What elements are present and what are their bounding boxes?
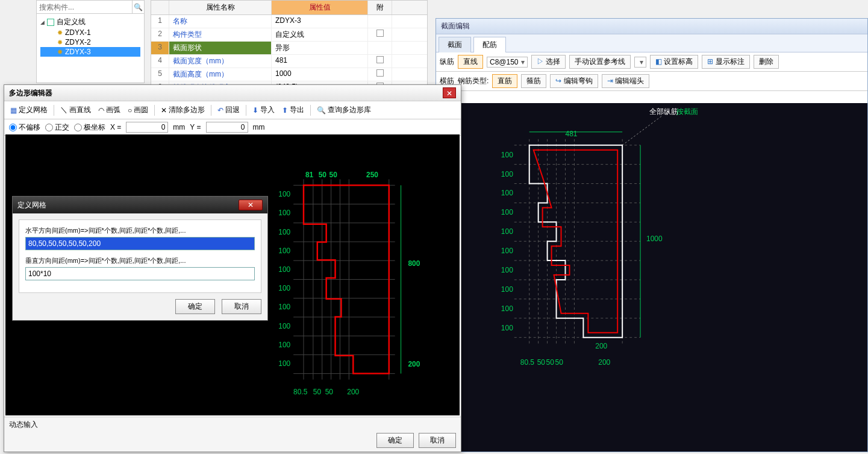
cursor-icon: ▷: [537, 57, 544, 66]
search-icon: 🔍: [317, 106, 326, 115]
prop-header-name: 属性名称: [169, 1, 272, 14]
grid-dialog-titlebar[interactable]: 定义网格 ✕: [13, 197, 267, 213]
btn-manual-refline[interactable]: 手动设置参考线: [569, 55, 631, 69]
btn-draw-line[interactable]: ＼画直线: [58, 104, 93, 116]
svg-text:100: 100: [501, 170, 513, 178]
grid-ok-button[interactable]: 确定: [175, 299, 215, 314]
annot-by-section: 按截面: [676, 107, 698, 116]
svg-text:50: 50: [329, 171, 338, 179]
poly-ok-button[interactable]: 确定: [376, 433, 414, 448]
btn-set-elevation[interactable]: ◧ 设置标高: [650, 55, 698, 69]
btn-draw-arc[interactable]: ◠画弧: [96, 104, 123, 116]
horizontal-spacing-input[interactable]: [25, 237, 255, 250]
btn-line[interactable]: 直线: [458, 55, 483, 69]
gear-icon: ✸: [57, 29, 63, 37]
clear-icon: ✕: [161, 106, 167, 115]
tree-item-zdyx1[interactable]: ✸ZDYX-1: [40, 28, 140, 37]
chevron-down-icon: ▾: [521, 58, 525, 66]
tree-item-zdyx2[interactable]: ✸ZDYX-2: [40, 37, 140, 47]
svg-text:100: 100: [501, 189, 513, 197]
annot-all-long: 全部纵筋: [649, 107, 678, 116]
tab-section[interactable]: 截面: [439, 37, 471, 52]
svg-text:100: 100: [501, 208, 513, 216]
btn-select[interactable]: ▷ 选择: [531, 55, 566, 69]
radio-no-offset[interactable]: 不偏移: [9, 122, 40, 133]
btn-straight[interactable]: 直筋: [492, 74, 517, 88]
svg-text:200: 200: [598, 358, 610, 367]
btn-edit-hook[interactable]: ↪ 编辑弯钩: [550, 74, 598, 88]
end-icon: ⇥: [607, 77, 613, 85]
close-icon[interactable]: ✕: [443, 87, 456, 98]
circle-icon: ○: [128, 106, 132, 115]
svg-text:50: 50: [546, 358, 555, 367]
prop-row[interactable]: 5截面高度（mm）1000: [151, 68, 427, 81]
prop-row[interactable]: 3截面形状异形: [151, 42, 427, 55]
polygon-toolbar: ▦定义网格 ＼画直线 ◠画弧 ○画圆 ✕清除多边形 ↶回退 ⬇导入 ⬆导出 🔍查…: [4, 101, 461, 119]
svg-text:200: 200: [347, 388, 359, 396]
undo-icon: ↶: [217, 106, 223, 115]
component-tree: 🔍 自定义线 ✸ZDYX-1 ✸ZDYX-2 ✸ZDYX-3: [36, 0, 145, 83]
btn-delete[interactable]: 删除: [754, 55, 779, 69]
btn-draw-circle[interactable]: ○画圆: [125, 104, 151, 116]
svg-text:100: 100: [278, 284, 290, 292]
svg-text:50: 50: [555, 358, 564, 367]
property-grid: 属性名称 属性值 附 1名称ZDYX-32构件类型自定义线3截面形状异形4截面宽…: [151, 0, 428, 95]
btn-clear-poly[interactable]: ✕清除多边形: [158, 104, 207, 116]
svg-text:50: 50: [537, 358, 546, 367]
poly-cancel-button[interactable]: 取消: [419, 433, 456, 448]
search-icon[interactable]: 🔍: [132, 1, 144, 14]
section-title: 截面编辑: [436, 19, 867, 34]
prop-row[interactable]: 4截面宽度（mm）481: [151, 55, 427, 68]
svg-text:200: 200: [595, 342, 607, 350]
btn-define-grid[interactable]: ▦定义网格: [8, 104, 50, 116]
radio-polar[interactable]: 极坐标: [74, 122, 105, 133]
x-unit: mm: [173, 123, 185, 131]
tree-root-label: 自定义线: [57, 17, 86, 27]
btn-query-lib[interactable]: 🔍查询多边形库: [314, 104, 373, 116]
svg-text:100: 100: [501, 227, 513, 236]
radio-ortho[interactable]: 正交: [45, 122, 69, 133]
vertical-spacing-label: 垂直方向间距(mm)=>间距*个数,间距,间距*个数,间距,...: [25, 256, 255, 265]
btn-stirrup[interactable]: 箍筋: [521, 74, 546, 88]
svg-text:100: 100: [278, 247, 290, 255]
svg-line-0: [622, 116, 661, 145]
grid-cancel-button[interactable]: 取消: [222, 299, 261, 314]
tree-root-node[interactable]: 自定义线: [40, 16, 140, 28]
label-longitudinal: 纵筋: [440, 57, 454, 67]
btn-show-annot[interactable]: ⊞ 显示标注: [702, 55, 749, 69]
y-input[interactable]: [206, 122, 248, 133]
tree-search-input[interactable]: [37, 2, 132, 13]
tree-item-zdyx3[interactable]: ✸ZDYX-3: [40, 47, 140, 57]
prop-row[interactable]: 2构件类型自定义线: [151, 28, 427, 42]
chevron-down-icon: ▾: [640, 58, 643, 66]
btn-undo[interactable]: ↶回退: [215, 104, 242, 116]
section-toolbar-1: 纵筋 直线 C8@150▾ ▷ 选择 手动设置参考线 ▾ ◧ 设置标高 ⊞ 显示…: [436, 52, 867, 72]
polygon-editor-titlebar[interactable]: 多边形编辑器 ✕: [4, 85, 461, 101]
section-canvas[interactable]: 全部纵筋 按截面 481 1000: [436, 103, 867, 452]
y-unit: mm: [253, 123, 265, 131]
tree-search-bar: 🔍: [37, 1, 144, 14]
svg-text:100: 100: [278, 341, 290, 349]
svg-text:100: 100: [278, 209, 290, 217]
refline-dd[interactable]: ▾: [634, 57, 646, 68]
hook-icon: ↪: [555, 77, 561, 85]
rebar-spec-combo[interactable]: C8@150▾: [487, 57, 528, 68]
x-input[interactable]: [126, 122, 168, 133]
btn-edit-end[interactable]: ⇥ 编辑端头: [602, 74, 649, 88]
btn-import[interactable]: ⬇导入: [250, 104, 277, 116]
import-icon: ⬇: [252, 106, 258, 115]
btn-export[interactable]: ⬆导出: [279, 104, 307, 116]
gear-icon: ✸: [57, 48, 63, 56]
svg-text:100: 100: [278, 322, 290, 330]
prop-row[interactable]: 1名称ZDYX-3: [151, 15, 427, 28]
polygon-options: 不偏移 正交 极坐标 X = mm Y = mm: [4, 119, 461, 136]
vertical-spacing-input[interactable]: [25, 267, 255, 280]
tab-rebar[interactable]: 配筋: [473, 37, 506, 52]
section-toolbar-2: 横筋 钢筋类型: 直筋 箍筋 ↪ 编辑弯钩 ⇥ 编辑端头: [436, 72, 867, 91]
label-rebar-type: 钢筋类型:: [458, 76, 489, 86]
section-editor-panel: 截面编辑 截面 配筋 纵筋 直线 C8@150▾ ▷ 选择 手动设置参考线 ▾ …: [436, 18, 868, 452]
export-icon: ⬆: [282, 106, 288, 115]
grid-define-dialog: 定义网格 ✕ 水平方向间距(mm)=>间距*个数,间距,间距*个数,间距,...…: [12, 196, 268, 321]
close-icon[interactable]: ✕: [239, 200, 263, 210]
svg-text:80.5: 80.5: [520, 358, 535, 367]
